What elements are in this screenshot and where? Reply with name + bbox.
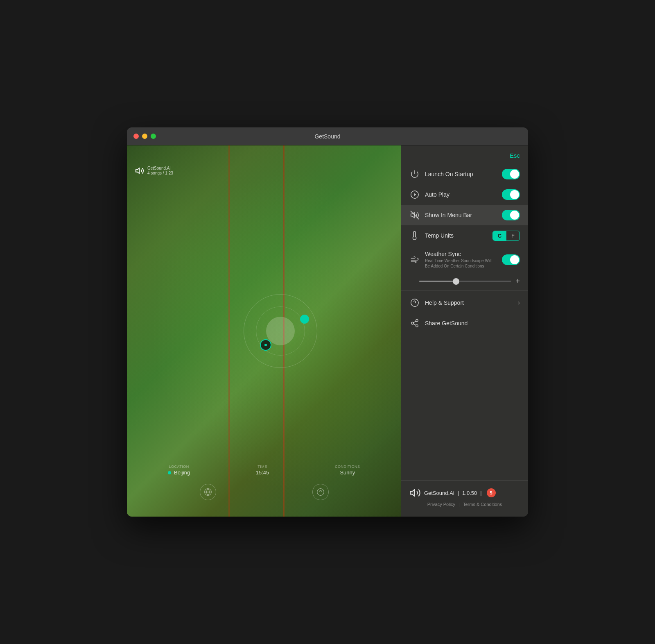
esc-button[interactable]: Esc: [401, 152, 528, 164]
setting-menubar-label-container: Show In Menu Bar: [425, 212, 497, 218]
footer-brand: GetSound.Ai | 1.0.50 | 5: [409, 487, 520, 499]
small-dot: [260, 339, 271, 351]
bottom-info: LOCATION Beijing TIME 15:45 CONDITIONS S…: [127, 465, 401, 476]
setting-launch-on-startup[interactable]: Launch On Startup: [401, 164, 528, 184]
setting-auto-play[interactable]: Auto Play: [401, 184, 528, 205]
refresh-icon[interactable]: [312, 484, 329, 500]
setting-menubar-label: Show In Menu Bar: [425, 212, 497, 218]
conditions-info: CONDITIONS Sunny: [335, 465, 360, 476]
setting-temp-label-container: Temp Units: [425, 232, 488, 239]
brand-version: 1.0.50: [462, 490, 477, 496]
main-content: GetSound.Ai 4 songs / 1:23: [127, 145, 528, 517]
temp-fahrenheit-btn[interactable]: F: [506, 231, 519, 240]
volume-slider[interactable]: [419, 281, 511, 282]
setting-weather-label-container: Weather Sync Real Time Weather Soundscap…: [425, 251, 497, 269]
window-title: GetSound: [314, 133, 340, 140]
launch-toggle[interactable]: [502, 169, 520, 179]
setting-launch-label: Launch On Startup: [425, 171, 497, 177]
svg-marker-0: [136, 168, 139, 174]
volume-minus-icon: —: [409, 278, 415, 285]
svg-marker-15: [410, 490, 415, 496]
setting-weather-label: Weather Sync: [425, 251, 497, 257]
setting-weather-sublabel: Real Time Weather Soundscape Will Be Add…: [425, 258, 497, 269]
svg-line-13: [413, 324, 416, 325]
svg-point-1: [264, 344, 267, 346]
settings-list: Launch On Startup Auto Play: [401, 164, 528, 480]
autoplay-toggle[interactable]: [502, 189, 520, 200]
divider-left: [228, 145, 230, 517]
maximize-button[interactable]: [151, 134, 156, 139]
brand-icon: [409, 487, 421, 499]
bottom-icons: [127, 484, 401, 500]
temp-unit-toggle[interactable]: C F: [492, 231, 520, 241]
svg-line-7: [411, 211, 419, 219]
setting-share-getsound[interactable]: Share GetSound: [401, 313, 528, 333]
setting-temp-label: Temp Units: [425, 232, 488, 239]
sound-indicator: GetSound.Ai 4 songs / 1:23: [135, 166, 173, 176]
setting-show-in-menu-bar[interactable]: Show In Menu Bar: [401, 205, 528, 225]
time-value: 15:45: [256, 469, 269, 476]
circle-inner: [266, 317, 295, 345]
right-panel: Esc Launch On Startup: [401, 145, 528, 517]
power-icon: [409, 169, 420, 179]
setting-launch-label-container: Launch On Startup: [425, 171, 497, 177]
svg-point-12: [416, 325, 418, 327]
slider-thumb[interactable]: [453, 278, 459, 285]
weather-toggle[interactable]: [502, 254, 520, 265]
thermometer-icon: [409, 230, 420, 241]
svg-point-3: [317, 489, 324, 496]
time-label: TIME: [256, 465, 269, 469]
footer-links: Privacy Policy | Terms & Conditions: [409, 502, 520, 507]
setting-temp-units[interactable]: Temp Units C F: [401, 225, 528, 246]
brand-name: GetSound.Ai: [424, 490, 454, 496]
share-label: Share GetSound: [425, 320, 520, 327]
svg-marker-5: [414, 193, 416, 196]
sound-text: GetSound.Ai 4 songs / 1:23: [147, 166, 173, 176]
svg-point-10: [416, 320, 418, 322]
svg-line-14: [413, 321, 416, 323]
location-info: LOCATION Beijing: [168, 465, 190, 476]
play-icon: [409, 189, 420, 200]
app-window: GetSound G: [127, 127, 528, 517]
location-dot: [168, 471, 171, 474]
location-label: LOCATION: [168, 465, 190, 469]
menu-bar-icon: [409, 210, 420, 220]
titlebar: GetSound: [127, 127, 528, 145]
conditions-label: CONDITIONS: [335, 465, 360, 469]
privacy-policy-link[interactable]: Privacy Policy: [427, 502, 455, 507]
sound-name: GetSound.Ai: [147, 166, 173, 171]
volume-row: — +: [401, 274, 528, 289]
setting-weather-sync[interactable]: Weather Sync Real Time Weather Soundscap…: [401, 246, 528, 274]
share-icon: [409, 318, 420, 329]
terms-link[interactable]: Terms & Conditions: [463, 502, 502, 507]
conditions-value: Sunny: [335, 469, 360, 476]
settings-footer: GetSound.Ai | 1.0.50 | 5 Privacy Policy …: [401, 480, 528, 510]
teal-dot: [300, 315, 309, 324]
brand-sep2: |: [480, 490, 481, 496]
setting-autoplay-label-container: Auto Play: [425, 191, 497, 198]
svg-point-8: [411, 299, 418, 306]
temp-celsius-btn[interactable]: C: [493, 231, 506, 240]
minimize-button[interactable]: [142, 134, 147, 139]
volume-plus-icon[interactable]: +: [515, 277, 520, 286]
left-panel: GetSound.Ai 4 songs / 1:23: [127, 145, 401, 517]
menubar-toggle[interactable]: [502, 210, 520, 220]
help-label: Help & Support: [425, 299, 513, 306]
chevron-right-icon: ›: [518, 299, 520, 306]
footer-link-sep: |: [458, 502, 460, 507]
background: GetSound.Ai 4 songs / 1:23: [127, 145, 401, 517]
globe-icon[interactable]: [200, 484, 216, 500]
help-label-container: Help & Support: [425, 299, 513, 306]
notification-badge: 5: [487, 488, 496, 497]
time-info: TIME 15:45: [256, 465, 269, 476]
brand-sep1: |: [458, 490, 459, 496]
share-label-container: Share GetSound: [425, 320, 520, 327]
setting-help-support[interactable]: Help & Support ›: [401, 293, 528, 313]
close-button[interactable]: [133, 134, 139, 139]
help-icon: [409, 297, 420, 308]
visualizer: [239, 290, 321, 372]
setting-autoplay-label: Auto Play: [425, 191, 497, 198]
sound-sub: 4 songs / 1:23: [147, 171, 173, 176]
location-value: Beijing: [168, 469, 190, 476]
sound-icon: [135, 166, 144, 175]
